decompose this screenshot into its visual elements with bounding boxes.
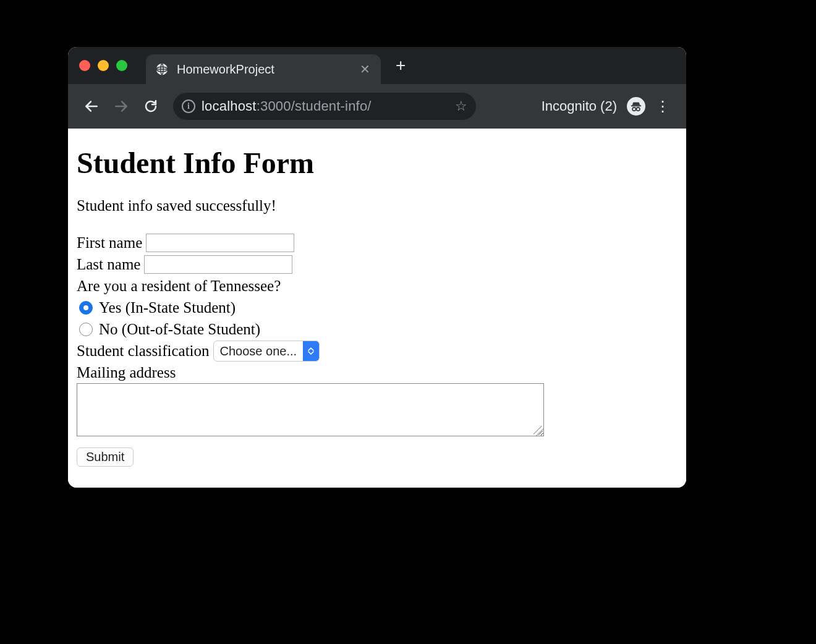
first-name-input[interactable] [146, 234, 294, 252]
classification-row: Student classification Choose one... [77, 340, 678, 362]
residency-no-row: No (Out-of-State Student) [79, 318, 678, 340]
close-tab-icon[interactable]: ✕ [359, 63, 371, 75]
page-title: Student Info Form [77, 146, 678, 180]
classification-selected: Choose one... [214, 342, 304, 360]
back-button[interactable] [79, 94, 104, 119]
svg-point-3 [632, 108, 635, 111]
incognito-label: Incognito (2) [542, 98, 617, 114]
window-controls [79, 60, 127, 71]
residency-yes-radio[interactable] [79, 301, 93, 315]
classification-select[interactable]: Choose one... [213, 341, 320, 362]
last-name-row: Last name [77, 253, 678, 275]
submit-button[interactable]: Submit [77, 447, 134, 467]
mailing-address-label: Mailing address [77, 362, 678, 383]
close-window-button[interactable] [79, 60, 90, 71]
svg-point-4 [636, 108, 640, 111]
globe-icon [155, 62, 169, 77]
site-info-icon[interactable]: i [182, 100, 195, 113]
first-name-label: First name [77, 232, 142, 253]
residency-question: Are you a resident of Tennessee? [77, 275, 678, 297]
browser-window: HomeworkProject ✕ + i localhost:3000/stu… [68, 47, 686, 488]
last-name-label: Last name [77, 253, 140, 275]
tab-title: HomeworkProject [177, 62, 351, 77]
first-name-row: First name [77, 232, 678, 253]
tab-strip: HomeworkProject ✕ + [68, 47, 686, 84]
new-tab-button[interactable]: + [387, 57, 414, 74]
classification-label: Student classification [77, 340, 210, 362]
reload-button[interactable] [138, 94, 163, 119]
forward-button[interactable] [109, 94, 134, 119]
incognito-icon[interactable] [627, 97, 645, 116]
address-bar[interactable]: i localhost:3000/student-info/ ☆ [173, 93, 476, 120]
residency-no-radio[interactable] [79, 323, 93, 336]
last-name-input[interactable] [144, 255, 292, 274]
browser-toolbar: i localhost:3000/student-info/ ☆ Incogni… [68, 84, 686, 129]
svg-rect-2 [631, 105, 642, 106]
url-host: localhost [202, 98, 257, 114]
residency-yes-label: Yes (In-State Student) [99, 297, 236, 318]
url-text: localhost:3000/student-info/ [202, 98, 449, 114]
bookmark-star-icon[interactable]: ☆ [455, 98, 467, 114]
select-chevrons-icon [303, 341, 319, 361]
browser-tab[interactable]: HomeworkProject ✕ [146, 54, 381, 84]
browser-menu-button[interactable]: ⋮ [650, 98, 675, 115]
url-path: :3000/student-info/ [257, 98, 372, 114]
page-content: Student Info Form Student info saved suc… [68, 129, 686, 488]
minimize-window-button[interactable] [98, 60, 109, 71]
mailing-address-textarea[interactable] [77, 383, 544, 436]
maximize-window-button[interactable] [116, 60, 127, 71]
residency-no-label: No (Out-of-State Student) [99, 318, 260, 340]
residency-yes-row: Yes (In-State Student) [79, 297, 678, 318]
status-message: Student info saved successfully! [77, 197, 678, 214]
